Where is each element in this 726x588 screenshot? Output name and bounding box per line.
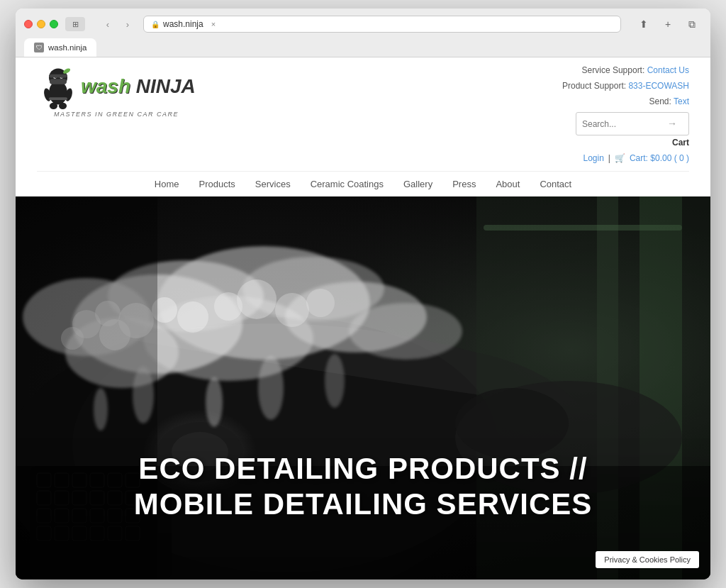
login-link[interactable]: Login [583, 151, 603, 167]
browser-actions: ⬆ + ⧉ [634, 16, 702, 32]
browser-window: ⊞ ‹ › 🔒 wash.ninja × ⬆ + ⧉ [16, 9, 710, 579]
header-right: Service Support: Contact Us Product Supp… [562, 63, 689, 166]
send-row: Send: Text [562, 94, 689, 110]
svg-rect-2 [50, 79, 67, 84]
logo-graphic: wash NINJA [37, 63, 196, 109]
new-tab-button[interactable]: + [658, 16, 678, 32]
logo-dot [130, 77, 136, 96]
tab-bar: 🛡 wash.ninja [24, 38, 702, 57]
browser-nav-buttons: ‹ › [99, 16, 136, 33]
nav-services[interactable]: Services [255, 179, 291, 189]
login-cart-row: Login | 🛒 Cart: $0.00 ( 0 ) [562, 151, 689, 167]
nav-home[interactable]: Home [155, 179, 179, 189]
service-support-row: Service Support: Contact Us [562, 63, 689, 79]
forward-button[interactable]: › [119, 16, 136, 33]
minimize-traffic-light[interactable] [37, 20, 45, 28]
hero-section: ECO DETAILING PRODUCTS // MOBILE DETAILI… [16, 196, 710, 579]
svg-rect-11 [49, 98, 67, 101]
header-top: wash NINJA masters in green car care Ser… [37, 63, 689, 170]
svg-point-62 [177, 301, 208, 333]
browser-chrome: ⊞ ‹ › 🔒 wash.ninja × ⬆ + ⧉ [16, 9, 710, 57]
phone-link[interactable]: 833-ECOWASH [628, 81, 689, 91]
svg-point-59 [325, 354, 345, 408]
nav-gallery[interactable]: Gallery [403, 179, 432, 189]
separator: | [608, 151, 610, 167]
search-cart-row: → [562, 112, 689, 135]
svg-point-12 [50, 103, 57, 109]
cart-link[interactable]: Cart: $0.00 ( 0 ) [630, 151, 689, 167]
traffic-lights [24, 20, 58, 28]
logo-ninja-text: NINJA [136, 77, 196, 96]
cart-icon: 🛒 [615, 151, 625, 167]
url-text: wash.ninja [163, 19, 203, 29]
text-link[interactable]: Text [674, 96, 689, 106]
nav-ceramic-coatings[interactable]: Ceramic Coatings [311, 179, 384, 189]
back-button[interactable]: ‹ [99, 16, 116, 33]
logo-wash-text: wash [81, 77, 130, 96]
ninja-character-icon [37, 63, 79, 109]
search-input[interactable] [582, 119, 667, 129]
logo-tagline: masters in green car care [54, 111, 179, 118]
svg-point-65 [275, 293, 309, 327]
nav-press[interactable]: Press [452, 179, 476, 189]
svg-point-64 [237, 279, 277, 319]
svg-point-57 [258, 356, 284, 420]
logo-text-group: wash NINJA [81, 77, 196, 96]
svg-point-53 [349, 303, 462, 360]
cart-label: Cart [562, 135, 689, 151]
close-traffic-light[interactable] [24, 20, 33, 28]
search-arrow-icon: → [667, 115, 677, 133]
search-bar[interactable]: → [576, 112, 689, 135]
send-label: Send: [649, 96, 671, 106]
svg-point-56 [206, 377, 223, 427]
active-tab[interactable]: 🛡 wash.ninja [24, 38, 96, 57]
website-content: wash NINJA masters in green car care Ser… [16, 57, 710, 579]
nav-products[interactable]: Products [199, 179, 235, 189]
svg-point-66 [306, 289, 335, 317]
share-button[interactable]: ⬆ [634, 16, 654, 32]
hero-text: ECO DETAILING PRODUCTS // MOBILE DETAILI… [134, 451, 593, 523]
svg-rect-7 [49, 74, 67, 78]
address-bar-container: 🔒 wash.ninja × [143, 16, 621, 33]
address-bar[interactable]: 🔒 wash.ninja × [143, 16, 621, 33]
tab-title: wash.ninja [48, 43, 86, 52]
nav-contact[interactable]: Contact [540, 179, 571, 189]
tab-close-icon[interactable]: × [211, 20, 216, 28]
privacy-cookies-badge[interactable]: Privacy & Cookies Policy [596, 551, 699, 568]
svg-point-13 [59, 103, 67, 109]
maximize-traffic-light[interactable] [50, 20, 58, 28]
hero-headline-line1: ECO DETAILING PRODUCTS // [134, 451, 593, 487]
logo-area: wash NINJA masters in green car care [37, 63, 196, 118]
product-support-row: Product Support: 833-ECOWASH [562, 79, 689, 94]
tab-favicon: 🛡 [34, 43, 44, 52]
site-header: wash NINJA masters in green car care Ser… [16, 57, 710, 196]
service-support-label: Service Support: [582, 65, 645, 75]
lock-icon: 🔒 [151, 21, 160, 28]
nav-about[interactable]: About [496, 179, 520, 189]
window-view-button[interactable]: ⊞ [65, 17, 85, 31]
contact-us-link[interactable]: Contact Us [647, 65, 689, 75]
site-nav: Home Products Services Ceramic Coatings … [37, 171, 689, 196]
hero-headline-line2: MOBILE DETAILING SERVICES [134, 487, 593, 522]
browser-controls-row: ⊞ ‹ › 🔒 wash.ninja × ⬆ + ⧉ [24, 16, 702, 33]
product-support-label: Product Support: [562, 81, 626, 91]
tabs-overview-button[interactable]: ⧉ [682, 16, 702, 32]
